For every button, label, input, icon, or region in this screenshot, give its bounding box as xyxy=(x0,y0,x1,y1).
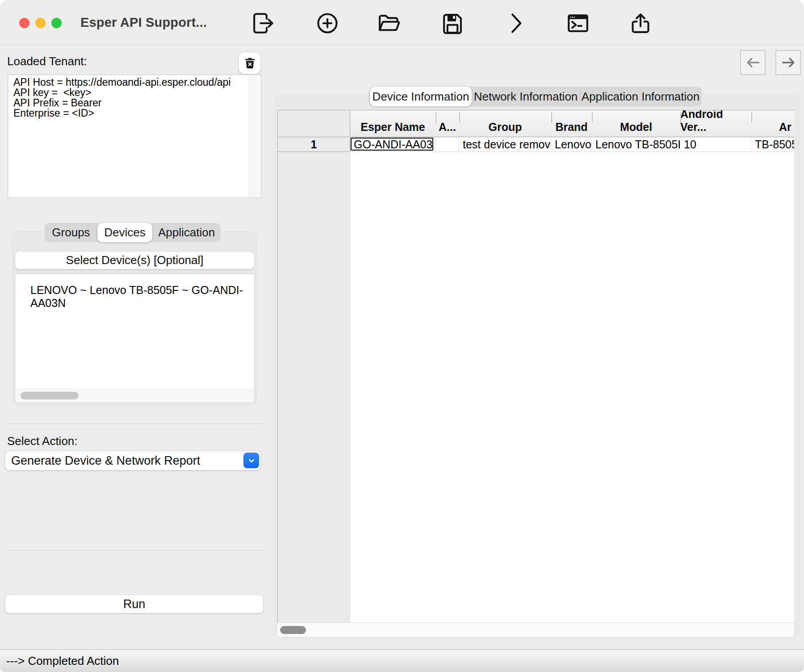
run-button[interactable]: Run xyxy=(5,595,264,613)
report-tab-bar: Device Information Network Information A… xyxy=(369,87,702,106)
forward-button[interactable] xyxy=(775,50,801,75)
table-corner-cell[interactable] xyxy=(278,110,350,137)
device-list-item[interactable]: LENOVO ~ Lenovo TB-8505F ~ GO-ANDI-AA03N xyxy=(30,284,254,310)
clear-tenant-button[interactable] xyxy=(239,52,261,74)
trash-icon xyxy=(243,56,257,70)
status-bar: ---> Completed Action xyxy=(0,649,804,672)
tenant-line: Enterprise = <ID> xyxy=(13,108,94,119)
window-title: Esper API Support... xyxy=(80,0,207,45)
folder-open-icon xyxy=(377,11,402,36)
export-button[interactable] xyxy=(628,11,653,36)
chevron-right-icon xyxy=(503,11,528,36)
device-list-hscrollbar[interactable] xyxy=(16,388,254,402)
header-separator[interactable] xyxy=(592,112,593,123)
column-header-model[interactable]: Model xyxy=(592,110,680,137)
logout-button[interactable] xyxy=(251,11,276,36)
terminal-icon xyxy=(565,11,590,36)
title-bar: Esper API Support... xyxy=(0,0,804,45)
tenant-config-textarea[interactable]: API Host = https://demoandi-api.esper.cl… xyxy=(8,75,261,198)
table-hscrollbar-thumb[interactable] xyxy=(280,626,306,634)
cell-group[interactable]: test device removal xyxy=(459,137,551,152)
header-separator[interactable] xyxy=(459,112,460,123)
tenant-line: API key = <key> xyxy=(13,88,92,98)
tenant-line: API Prefix = Bearer xyxy=(13,98,102,109)
tenant-scrollbar[interactable] xyxy=(248,76,260,197)
header-separator[interactable] xyxy=(751,112,752,123)
plus-circle-icon xyxy=(315,11,340,36)
column-header-brand[interactable]: Brand xyxy=(551,110,592,137)
tab-groups[interactable]: Groups xyxy=(45,223,97,242)
tab-network-information[interactable]: Network Information xyxy=(472,87,580,106)
dropdown-chevron-button[interactable] xyxy=(243,453,259,468)
status-text: ---> Completed Action xyxy=(6,650,119,672)
box-arrow-up-icon xyxy=(628,11,653,36)
table-hscrollbar[interactable] xyxy=(277,623,794,637)
back-button[interactable] xyxy=(740,50,766,75)
cell-esper-name[interactable]: GO-ANDI-AA03N xyxy=(350,137,436,152)
console-button[interactable] xyxy=(565,11,590,36)
chevron-down-icon xyxy=(246,455,257,466)
picker-tab-bar: Groups Devices Application xyxy=(45,223,221,242)
report-table: Esper Name A... Group Brand Model Androi… xyxy=(277,110,794,622)
divider xyxy=(6,550,264,551)
row-number-cell[interactable]: 1 xyxy=(278,137,350,152)
zoom-traffic-light[interactable] xyxy=(51,18,62,28)
close-traffic-light[interactable] xyxy=(19,18,29,28)
tab-device-information[interactable]: Device Information xyxy=(370,87,472,106)
device-list-hscrollbar-thumb[interactable] xyxy=(21,392,79,399)
tenant-line: API Host = https://demoandi-api.esper.cl… xyxy=(13,77,230,88)
table-header-row: Esper Name A... Group Brand Model Androi… xyxy=(278,110,794,137)
cell-edit-entry[interactable]: GO-ANDI-AA03N xyxy=(351,138,433,151)
tab-application-information[interactable]: Application Information xyxy=(580,87,701,106)
cell-android-ver[interactable]: 10 xyxy=(680,137,751,152)
save-button[interactable] xyxy=(440,11,465,36)
tab-application[interactable]: Application xyxy=(152,223,221,242)
box-arrow-right-icon xyxy=(251,11,276,36)
column-header-group[interactable]: Group xyxy=(459,110,551,137)
select-action-label: Select Action: xyxy=(7,434,78,448)
action-dropdown-value: Generate Device & Network Report xyxy=(11,451,200,470)
cell-model[interactable]: Lenovo TB-8505F xyxy=(592,137,680,152)
divider xyxy=(6,424,264,425)
table-row: 1 GO-ANDI-AA03N test device removal Leno… xyxy=(278,137,794,152)
minimize-traffic-light[interactable] xyxy=(35,18,46,28)
run-step-button[interactable] xyxy=(503,11,528,36)
cell-ar[interactable]: TB-8505F xyxy=(751,137,794,152)
header-separator[interactable] xyxy=(551,112,552,123)
app-window: Esper API Support... xyxy=(0,0,804,672)
left-arrow-icon xyxy=(744,54,762,71)
header-separator[interactable] xyxy=(680,112,681,123)
cell-a[interactable] xyxy=(436,137,459,152)
save-floppy-icon xyxy=(440,11,465,36)
row-header-column xyxy=(278,152,350,622)
add-button[interactable] xyxy=(315,11,340,36)
open-button[interactable] xyxy=(377,11,402,36)
column-header-ar[interactable]: Ar xyxy=(751,110,794,137)
cell-brand[interactable]: Lenovo xyxy=(551,137,592,152)
header-separator[interactable] xyxy=(436,112,436,123)
loaded-tenant-label: Loaded Tenant: xyxy=(7,55,87,68)
device-list[interactable]: LENOVO ~ Lenovo TB-8505F ~ GO-ANDI-AA03N xyxy=(15,273,255,403)
select-devices-button[interactable]: Select Device(s) [Optional] xyxy=(15,251,255,269)
column-header-android-ver[interactable]: Android Ver... xyxy=(680,110,751,137)
column-header-a[interactable]: A... xyxy=(436,110,459,137)
column-header-esper-name[interactable]: Esper Name xyxy=(350,110,436,137)
right-arrow-icon xyxy=(779,54,797,71)
tab-devices[interactable]: Devices xyxy=(97,223,152,242)
action-dropdown[interactable]: Generate Device & Network Report xyxy=(5,451,261,470)
